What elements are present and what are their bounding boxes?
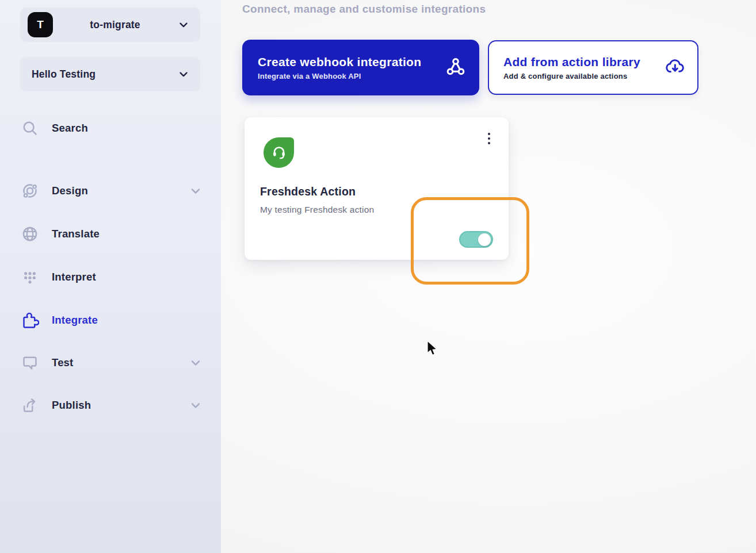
- search-icon: [20, 118, 40, 138]
- sidebar-item-label: Publish: [52, 399, 91, 412]
- design-orbit-icon: [20, 181, 40, 201]
- globe-icon: [20, 224, 40, 244]
- create-webhook-integration-button[interactable]: Create webhook integration Integrate via…: [242, 40, 479, 95]
- chevron-down-icon: [177, 18, 190, 31]
- integration-card-subtitle: My testing Freshdesk action: [260, 205, 374, 215]
- mouse-cursor-icon: [426, 340, 440, 361]
- cloud-download-icon: [664, 56, 686, 79]
- sidebar-item-search[interactable]: Search: [20, 117, 203, 139]
- workspace-name: to-migrate: [53, 19, 177, 31]
- sidebar-item-translate[interactable]: Translate: [20, 223, 203, 245]
- button-subtitle: Integrate via a Webhook API: [258, 72, 445, 80]
- webhook-icon: [445, 56, 467, 79]
- chevron-down-icon[interactable]: [189, 184, 203, 198]
- sidebar-item-label: Test: [52, 356, 73, 369]
- chevron-down-icon[interactable]: [189, 398, 203, 412]
- sidebar-item-publish[interactable]: Publish: [20, 394, 203, 416]
- share-arrow-icon: [20, 395, 40, 415]
- integration-card-title: Freshdesk Action: [260, 185, 356, 198]
- page-subtitle: Connect, manage and customise integratio…: [242, 3, 486, 16]
- chevron-down-icon: [177, 68, 190, 80]
- card-menu-kebab-icon[interactable]: [481, 129, 497, 148]
- sidebar-item-interpret[interactable]: Interpret: [20, 266, 203, 288]
- button-subtitle: Add & configure available actions: [503, 72, 664, 80]
- integration-card[interactable]: Freshdesk Action My testing Freshdesk ac…: [245, 117, 509, 260]
- sidebar-item-label: Translate: [52, 228, 100, 240]
- sidebar-item-label: Integrate: [52, 314, 98, 327]
- sidebar: T to-migrate Hello Testing Search: [0, 0, 221, 553]
- toggle-knob: [478, 233, 491, 246]
- freshdesk-headset-icon: [270, 143, 288, 163]
- sidebar-item-label: Design: [52, 185, 88, 197]
- workspace-selector[interactable]: T to-migrate: [20, 7, 200, 42]
- dots-grid-icon: [20, 267, 40, 287]
- integration-enabled-toggle[interactable]: [459, 231, 493, 248]
- freshdesk-logo: [264, 137, 294, 168]
- project-selector[interactable]: Hello Testing: [20, 57, 200, 91]
- sidebar-item-label: Interpret: [52, 271, 96, 283]
- sidebar-item-design[interactable]: Design: [20, 180, 203, 202]
- chevron-down-icon[interactable]: [189, 356, 203, 370]
- sidebar-item-test[interactable]: Test: [20, 352, 203, 374]
- app-window: T to-migrate Hello Testing Search: [0, 0, 756, 553]
- chat-bubble-icon: [20, 353, 40, 372]
- sidebar-item-integrate[interactable]: Integrate: [20, 309, 203, 331]
- sidebar-item-label: Search: [52, 122, 88, 135]
- puzzle-icon: [20, 310, 40, 330]
- project-name: Hello Testing: [32, 68, 177, 80]
- workspace-avatar: T: [28, 12, 53, 37]
- button-title: Create webhook integration: [258, 55, 445, 69]
- add-from-action-library-button[interactable]: Add from action library Add & configure …: [488, 40, 698, 95]
- button-title: Add from action library: [503, 55, 664, 69]
